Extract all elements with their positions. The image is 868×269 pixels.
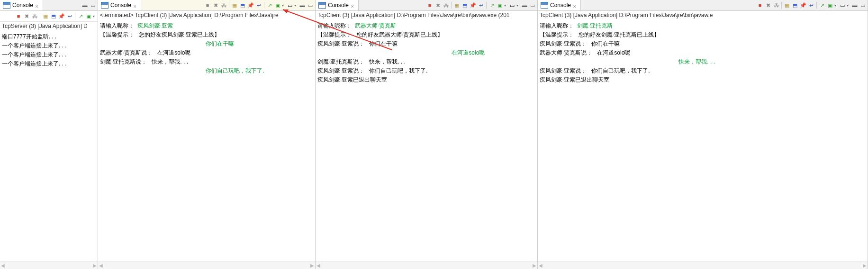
tab-bar: Console ■ ✖ ⁂ ▦ ⬒ 📌 ↩ ↗ ▣ ▾ ▭ ▾ ▬ ▭: [316, 0, 537, 11]
console-tab[interactable]: Console: [98, 0, 141, 10]
pin-icon[interactable]: [573, 3, 578, 8]
output-line: 疾风剑豪·亚索说： 你们自己玩吧，我下了.: [317, 66, 535, 75]
pin-console-icon[interactable]: 📌: [58, 12, 65, 20]
word-wrap-icon[interactable]: ↩: [66, 12, 73, 20]
remove-all-icon[interactable]: ⁂: [772, 1, 780, 9]
pin-icon[interactable]: [351, 3, 355, 8]
new-console-icon[interactable]: ▭: [839, 1, 846, 9]
tab-label: Console: [550, 2, 571, 9]
console-tab[interactable]: Console: [316, 0, 359, 10]
clear-icon[interactable]: ▦: [231, 1, 238, 9]
scroll-lock-icon[interactable]: ⬒: [461, 1, 469, 9]
output-line: 快来，帮我. . .: [540, 57, 866, 66]
console-toolbar: ■ ✖ ⁂ ▦ ⬒ 📌 ↩ ↗ ▣ ▾ ▭ ▾ ▬ ▭: [203, 0, 315, 10]
output-line: 疾风剑豪·亚索已退出聊天室: [317, 75, 535, 84]
separator: [781, 2, 782, 9]
console-tab[interactable]: Console: [538, 0, 581, 10]
dropdown-icon[interactable]: ▾: [93, 14, 97, 19]
output-line: 请输入昵称： 剑魔·亚托克斯: [540, 21, 866, 30]
maximize-icon[interactable]: ▭: [859, 1, 867, 9]
terminate-icon[interactable]: ■: [756, 1, 764, 9]
dropdown-icon[interactable]: ▾: [516, 3, 520, 8]
remove-launch-icon[interactable]: ✖: [434, 1, 442, 9]
remove-launch-icon[interactable]: ✖: [23, 12, 30, 20]
horizontal-scrollbar[interactable]: ◀▶: [0, 261, 98, 269]
separator: [486, 2, 487, 9]
console-output[interactable]: 请输入昵称： 疾风剑豪·亚索 【温馨提示： 您的好友疾风剑豪·亚索已上线】 你们…: [98, 19, 315, 261]
tab-label: Console: [110, 2, 131, 9]
console-panel-3: Console ■ ✖ ⁂ ▦ ⬒ 📌 ↩ ↗ ▣ ▾ ▭ ▾ ▬ ▭ TcpC…: [316, 0, 538, 269]
horizontal-scrollbar[interactable]: ◀▶: [98, 261, 315, 269]
tab-bar: Console ■ ✖ ⁂ ▦ ⬒ 📌 ↩ ↗ ▣ ▾ ▭ ▾ ▬ ▭: [538, 0, 868, 11]
console-panel-1: Console ▬ ▭ ■ ✖ ⁂ ▦ ⬒ 📌 ↩ ↗ ▣ ▾ TcpServe…: [0, 0, 98, 269]
pin-console-icon[interactable]: 📌: [469, 1, 477, 9]
output-line: 剑魔·亚托克斯说： 快来，帮我. . .: [317, 57, 535, 66]
clear-icon[interactable]: ▦: [42, 12, 49, 20]
word-wrap-icon[interactable]: ↩: [807, 1, 815, 9]
scroll-lock-icon[interactable]: ⬒: [791, 1, 799, 9]
clear-icon[interactable]: ▦: [453, 1, 461, 9]
minimize-icon[interactable]: ▬: [298, 1, 306, 9]
clear-icon[interactable]: ▦: [783, 1, 791, 9]
pin-console-icon[interactable]: 📌: [247, 1, 254, 9]
minimize-icon[interactable]: ▬: [81, 1, 89, 9]
console-output[interactable]: 请输入昵称： 剑魔·亚托克斯 【温馨提示： 您的好友剑魔·亚托克斯已上线】 疾风…: [538, 19, 868, 261]
console-tab[interactable]: Console: [0, 0, 43, 10]
separator: [816, 2, 817, 9]
remove-launch-icon[interactable]: ✖: [212, 1, 219, 9]
terminate-icon[interactable]: ■: [15, 12, 22, 20]
output-line: 一个客户端连接上来了. . .: [2, 50, 96, 59]
display-selected-icon[interactable]: ▣: [826, 1, 834, 9]
terminate-icon[interactable]: ■: [426, 1, 434, 9]
minimize-icon[interactable]: ▬: [521, 1, 528, 9]
pin-icon[interactable]: [35, 3, 40, 8]
remove-all-icon[interactable]: ⁂: [31, 12, 38, 20]
console-output[interactable]: 端口7777开始监听. . . 一个客户端连接上来了. . . 一个客户端连接上…: [0, 30, 98, 261]
terminate-icon[interactable]: ■: [204, 1, 211, 9]
horizontal-scrollbar[interactable]: ◀▶: [538, 261, 868, 269]
word-wrap-icon[interactable]: ↩: [255, 1, 262, 9]
pin-icon[interactable]: [133, 3, 138, 8]
console-toolbar: ■ ✖ ⁂ ▦ ⬒ 📌 ↩ ↗ ▣ ▾: [0, 11, 98, 22]
open-console-icon[interactable]: ↗: [818, 1, 826, 9]
output-line: 疾风剑豪·亚索已退出聊天室: [540, 75, 866, 84]
scroll-lock-icon[interactable]: ⬒: [50, 12, 57, 20]
dropdown-icon[interactable]: ▾: [847, 3, 850, 8]
console-toolbar: ■ ✖ ⁂ ▦ ⬒ 📌 ↩ ↗ ▣ ▾ ▭ ▾ ▬ ▭: [755, 0, 868, 10]
minimize-icon[interactable]: ▬: [851, 1, 859, 9]
output-line: 疾风剑豪·亚索说： 你们在干嘛: [540, 39, 866, 48]
console-output[interactable]: 请输入昵称： 武器大师·贾克斯 【温馨提示： 您的好友武器大师·贾克斯已上线】 …: [316, 19, 537, 261]
maximize-icon[interactable]: ▭: [307, 1, 314, 9]
dropdown-icon[interactable]: ▾: [504, 3, 508, 8]
dropdown-icon[interactable]: ▾: [834, 3, 838, 8]
scroll-lock-icon[interactable]: ⬒: [239, 1, 246, 9]
output-line: 【温馨提示： 您的好友剑魔·亚托克斯已上线】: [540, 30, 866, 39]
pin-console-icon[interactable]: 📌: [799, 1, 807, 9]
display-selected-icon[interactable]: ▣: [85, 12, 92, 20]
open-console-icon[interactable]: ↗: [266, 1, 273, 9]
dropdown-icon[interactable]: ▾: [282, 3, 286, 8]
output-line: 端口7777开始监听. . .: [2, 32, 96, 41]
tab-bar: Console ■ ✖ ⁂ ▦ ⬒ 📌 ↩ ↗ ▣ ▾ ▭ ▾ ▬ ▭: [98, 0, 315, 11]
remove-all-icon[interactable]: ⁂: [442, 1, 450, 9]
open-console-icon[interactable]: ↗: [77, 12, 84, 20]
maximize-icon[interactable]: ▭: [529, 1, 536, 9]
tab-bar: Console ▬ ▭: [0, 0, 98, 11]
word-wrap-icon[interactable]: ↩: [477, 1, 485, 9]
open-console-icon[interactable]: ↗: [488, 1, 496, 9]
tab-minmax: ▬ ▭: [80, 0, 98, 10]
display-selected-icon[interactable]: ▣: [496, 1, 504, 9]
separator: [264, 2, 264, 9]
dropdown-icon[interactable]: ▾: [294, 3, 298, 8]
console-icon: [318, 2, 326, 9]
remove-launch-icon[interactable]: ✖: [764, 1, 772, 9]
process-description: TcpClient (3) [Java Application] D:\Prog…: [316, 11, 537, 19]
remove-all-icon[interactable]: ⁂: [220, 1, 227, 9]
console-panel-2: Console ■ ✖ ⁂ ▦ ⬒ 📌 ↩ ↗ ▣ ▾ ▭ ▾ ▬ ▭ <ter…: [98, 0, 316, 269]
horizontal-scrollbar[interactable]: ◀▶: [316, 261, 537, 269]
new-console-icon[interactable]: ▭: [508, 1, 516, 9]
console-toolbar: ■ ✖ ⁂ ▦ ⬒ 📌 ↩ ↗ ▣ ▾ ▭ ▾ ▬ ▭: [425, 0, 537, 10]
display-selected-icon[interactable]: ▣: [274, 1, 281, 9]
new-console-icon[interactable]: ▭: [286, 1, 294, 9]
maximize-icon[interactable]: ▭: [89, 1, 97, 9]
